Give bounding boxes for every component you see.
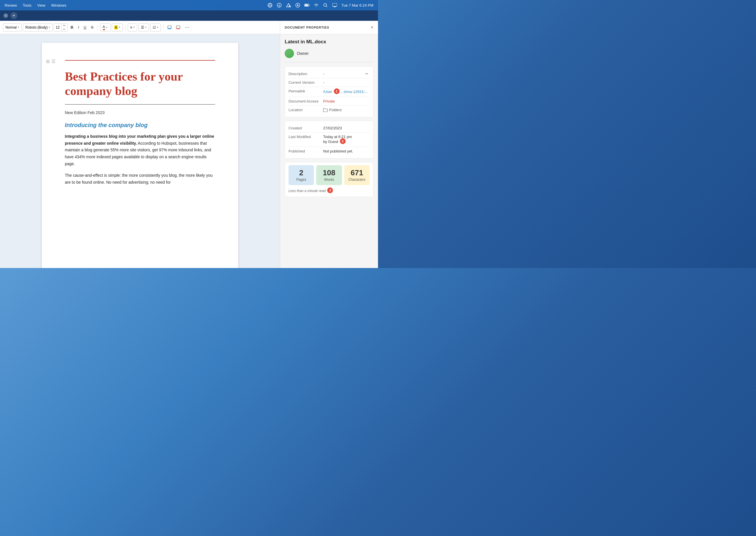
properties-close-button[interactable]: × [371, 25, 373, 30]
style-dropdown[interactable]: Normal ▾ [3, 23, 22, 31]
toolbar: Normal ▾ Roboto (Body) ▾ 12 A+ A- B I U … [0, 21, 280, 34]
toolbar-separator-1 [98, 24, 98, 30]
search-icon[interactable] [323, 3, 328, 8]
description-row: Description - ✏ [288, 70, 370, 78]
bold-button[interactable]: B [69, 23, 75, 31]
current-version-label: Current Version [288, 80, 323, 84]
words-count: 108 [319, 169, 339, 177]
published-value: Not published yet. [323, 149, 370, 153]
doc-title: Best Practices for your company blog [65, 69, 215, 98]
description-value: - [323, 72, 364, 76]
list-block-icon[interactable]: ☰ [51, 59, 55, 64]
permalink-row: Permalink /User 1 ...shna-12931/... [288, 87, 370, 97]
list-dropdown[interactable]: ☰ ▾ [138, 23, 149, 31]
align-dropdown[interactable]: ≡ ▾ [128, 23, 137, 31]
main-area: Normal ▾ Roboto (Body) ▾ 12 A+ A- B I U … [0, 21, 378, 268]
pages-label: Pages [291, 178, 311, 182]
font-size-value: 12 [54, 24, 61, 31]
doc-tools: ⊞ ☰ [46, 59, 55, 64]
last-modified-badge: 2 [340, 138, 345, 144]
list-label: ☰ [141, 25, 144, 29]
description-edit-button[interactable]: ✏ [364, 72, 370, 76]
font-color-label: A [103, 25, 105, 30]
font-color-dropdown[interactable]: A ▾ [100, 23, 111, 31]
last-modified-value: Today at 6:21 pm by Guest 2 [323, 135, 370, 145]
menu-tools[interactable]: Tools [23, 3, 31, 8]
chars-label: Characters [347, 178, 367, 182]
created-label: Created [288, 126, 323, 130]
properties-section: Description - ✏ Current Version - Permal… [285, 66, 373, 117]
current-version-value: - [323, 80, 370, 84]
document-access-value: Private [323, 99, 370, 103]
document-access-label: Document Access [288, 99, 323, 103]
border-color-button[interactable] [175, 23, 182, 31]
fill-color-button[interactable] [166, 23, 173, 31]
font-size-control: 12 A+ A- [54, 23, 68, 31]
list-chevron: ▾ [145, 26, 147, 29]
menu-windows[interactable]: Windows [51, 3, 66, 8]
battery-icon [304, 3, 310, 8]
font-size-decrease[interactable]: A- [61, 27, 67, 31]
checkbox-chevron: ▾ [157, 26, 158, 29]
properties-title: DOCUMENT PROPERTIES [285, 26, 329, 29]
permalink-label: Permalink [288, 89, 323, 93]
font-dropdown[interactable]: Roboto (Body) ▾ [23, 23, 52, 31]
words-label: Words [319, 178, 339, 182]
properties-panel: DOCUMENT PROPERTIES × Latest in ML.docx … [280, 21, 378, 268]
dates-section: Created 27/02/2023 Last Modified Today a… [285, 121, 373, 158]
pages-stat: 2 Pages [288, 165, 314, 185]
svg-text:$: $ [279, 4, 280, 7]
datetime: Tue 7 Mar 6:24 PM [341, 3, 373, 8]
display-icon [332, 3, 337, 8]
wifi-icon [313, 3, 319, 8]
location-value: Folders [323, 108, 370, 112]
created-row: Created 27/02/2023 [288, 124, 370, 133]
last-modified-label: Last Modified [288, 135, 323, 139]
toolbar-separator-2 [125, 24, 125, 30]
tab-close-button[interactable]: × [4, 13, 8, 18]
menu-view[interactable]: View [37, 3, 45, 8]
font-label: Roboto (Body) [25, 25, 48, 29]
highlight-label: A [115, 25, 118, 29]
menu-review[interactable]: Review [5, 3, 17, 8]
highlight-chevron: ▾ [119, 26, 120, 29]
strikethrough-button[interactable]: S [89, 23, 95, 31]
globe-icon [267, 3, 273, 8]
checkbox-dropdown[interactable]: ☑ ▾ [150, 23, 161, 31]
location-row: Location Folders [288, 106, 370, 114]
owner-row: Owner [285, 49, 373, 62]
add-block-icon[interactable]: ⊞ [46, 59, 50, 64]
document-access-row: Document Access Private [288, 97, 370, 106]
document-scroll[interactable]: ⊞ ☰ Best Practices for your company blog… [0, 34, 280, 268]
owner-avatar [285, 49, 294, 58]
properties-doc-title: Latest in ML.docx [285, 39, 373, 45]
created-value: 27/02/2023 [323, 126, 370, 130]
svg-rect-14 [332, 3, 337, 6]
permalink-value[interactable]: /User 1 ...shna-12931/... [323, 89, 368, 95]
permalink-badge: 1 [334, 88, 340, 94]
highlight-dropdown[interactable]: A ▾ [112, 23, 123, 31]
editor-container: Normal ▾ Roboto (Body) ▾ 12 A+ A- B I U … [0, 21, 280, 268]
style-chevron: ▾ [18, 26, 19, 29]
svg-rect-20 [177, 28, 180, 29]
menu-bar: Review Tools View Windows $ [0, 0, 378, 11]
published-row: Published Not published yet. [288, 147, 370, 155]
doc-paragraph-2: The cause-and-effect is simple: the more… [65, 172, 215, 186]
svg-rect-10 [305, 4, 308, 6]
menu-items: Review Tools View Windows [5, 3, 66, 8]
play-icon [295, 3, 300, 8]
font-size-increase[interactable]: A+ [61, 24, 67, 27]
tab-add-button[interactable]: + [11, 12, 17, 19]
properties-content: Latest in ML.docx Owner Description - ✏ … [280, 34, 378, 268]
more-options-button[interactable]: ⋯ [183, 23, 191, 31]
owner-label: Owner [297, 51, 309, 56]
align-chevron: ▾ [133, 26, 135, 29]
italic-button[interactable]: I [76, 23, 81, 31]
checkbox-label: ☑ [153, 25, 156, 29]
words-stat: 108 Words [316, 165, 342, 185]
font-size-arrows: A+ A- [61, 24, 67, 31]
underline-button[interactable]: U [82, 23, 88, 31]
current-version-row: Current Version - [288, 78, 370, 87]
location-label: Location [288, 108, 323, 112]
stats-row: 2 Pages 108 Words 671 Characters [288, 165, 370, 185]
